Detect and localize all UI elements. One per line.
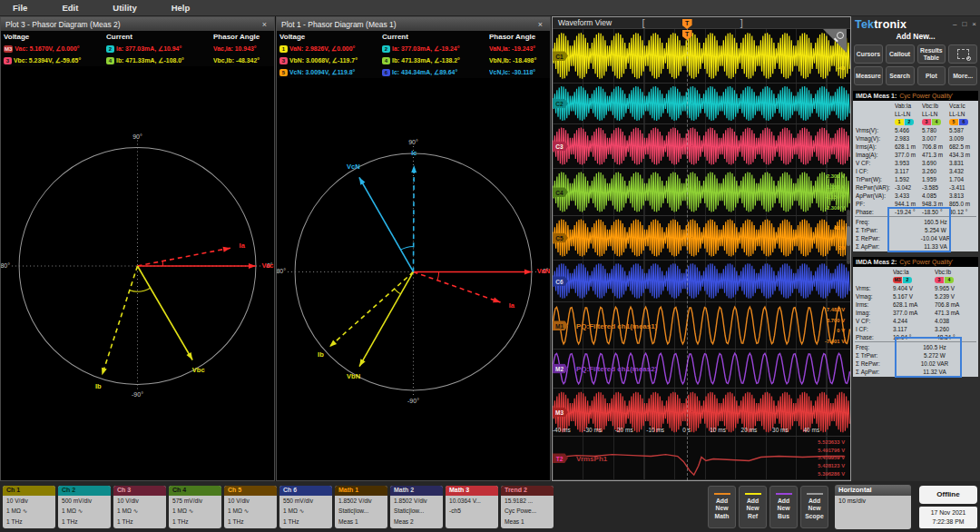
channel-badge-math1[interactable]: Math 11.8502 V/divStatic|low...Meas 1 [335, 486, 387, 528]
channel-badge-trend2[interactable]: Trend 215.9182 ...Cyc Powe...Meas 1 [501, 486, 554, 528]
channel-badge-name: Ch 2 [58, 486, 111, 496]
zoom-bracket-left[interactable]: [ [642, 17, 644, 28]
channel-badge-math2[interactable]: Math 21.8502 V/divStatic|low...Meas 2 [390, 486, 443, 528]
offline-button[interactable]: Offline [919, 486, 977, 504]
button-plot[interactable]: Plot [917, 66, 946, 85]
summary-label: Σ ApPwr: [855, 368, 893, 376]
phasor-vector-Ib [102, 266, 137, 375]
phasor-vector-label-Ia: Ia [240, 241, 246, 250]
button-search[interactable]: Search [886, 66, 915, 85]
channel-badge-ch3[interactable]: Ch 310 V/div1 MΩ ∿1 THz [113, 486, 166, 528]
tektronix-logo: Tektronix [855, 18, 953, 31]
meas-row-label: Phase: [855, 208, 895, 216]
add-new-scope-button[interactable]: AddNewScope [800, 486, 828, 528]
scale-labels-C2: 2 V [837, 85, 845, 122]
meas-value: 4.244 [893, 317, 935, 325]
zoom-select-icon [957, 49, 969, 59]
channel-setting: 1 MΩ ∿ [224, 506, 277, 517]
svg-text:90°: 90° [408, 139, 418, 145]
meas-table: Vab:IaVbc:IbVca:IcLL-LNLL-LNLL-LN123456V… [853, 101, 978, 251]
channel-badge-name: Ch 3 [113, 486, 166, 496]
meas-value: 4.085 [922, 192, 949, 200]
toolbar-button-grid: CursorsCalloutResults TableMeasureSearch… [851, 43, 980, 89]
add-new-math-button[interactable]: AddNewMath [708, 486, 736, 528]
phasor-vector-label-VcN: VcN [347, 163, 360, 171]
meas-value: 3.432 [949, 167, 976, 175]
scale-label: 0 V [837, 328, 845, 333]
button-measure[interactable]: Measure [854, 66, 883, 85]
source-badge: 2 [382, 45, 390, 53]
meas-value: 944.1 m [895, 200, 922, 208]
summary-label: Σ RePwr: [855, 234, 895, 242]
meas-value: 30.12 ° [949, 208, 976, 216]
menu-item-utility[interactable]: Utility [113, 3, 136, 13]
channel-setting: 1 THz [279, 517, 332, 527]
waveform-scrollbar[interactable] [847, 210, 850, 264]
phasor-vector-Ib [329, 271, 413, 347]
maximize-icon[interactable]: □ [962, 20, 966, 28]
add-new-bus-button[interactable]: AddNewBus [769, 486, 798, 528]
source-badge: 1 [279, 45, 288, 53]
voltage-cell: 3Vbc: 5.2394V, ∠-59.65° [1, 57, 106, 64]
zoom-bracket-right[interactable]: ] [740, 17, 743, 28]
menu-item-file[interactable]: File [13, 3, 27, 13]
accent-line [745, 493, 761, 495]
bottom-settings-bar: Ch 110 V/div1 MΩ ∿1 THzCh 2500 mV/div1 M… [0, 481, 980, 532]
current-cell: 4Ib: 471.33mA, ∠-138.2° [382, 57, 489, 64]
phasor-angle-cell: VbN,Ib: -18.498° [489, 57, 550, 64]
plot1-close-icon[interactable]: × [535, 20, 545, 29]
channel-badge-ch2[interactable]: Ch 2500 mV/div1 MΩ ∿1 THz [58, 486, 111, 528]
current-cell: 2Ia: 377.03mA, ∠10.94° [106, 45, 213, 53]
meas-value: 1.592 [895, 175, 922, 183]
phasor-angle-value: Vbc,Ib: -48.342° [213, 57, 260, 64]
channel-setting: 1 THz [3, 517, 55, 527]
summary-value: 11.32 VA [893, 368, 976, 376]
current-value: Ic: 434.34mA, ∠89.64° [392, 69, 457, 76]
channel-badge-math3[interactable]: Math 310.0364 V...-ch5 [446, 486, 498, 528]
button-callout[interactable]: Callout [886, 44, 915, 64]
menu-bar: FileEditUtilityHelp [0, 0, 980, 16]
zoom-select-button[interactable] [948, 44, 977, 64]
meas-value: 5.167 V [893, 292, 935, 300]
button-results-table[interactable]: Results Table [917, 44, 946, 64]
add-new-label: Add New... [851, 32, 980, 43]
phasor-table-row: 3VbN: 3.0068V, ∠-119.7°4Ib: 471.33mA, ∠-… [277, 54, 550, 66]
phasor-vector-label-VbN: VbN [347, 372, 360, 380]
channel-badge-ch4[interactable]: Ch 4575 mV/div1 MΩ ∿1 THz [169, 486, 221, 528]
button-more-[interactable]: More... [948, 66, 977, 85]
channel-badge-ch5[interactable]: Ch 510 V/div1 MΩ ∿1 THz [224, 486, 277, 528]
plot3-close-icon[interactable]: × [260, 20, 270, 29]
plot1-phasor-table: VoltageCurrentPhasor Angle1VaN: 2.9826V,… [277, 31, 550, 78]
menu-item-edit[interactable]: Edit [62, 3, 78, 13]
plot3-panel: Plot 3 - Phasor Diagram (Meas 2) × Volta… [0, 16, 275, 481]
channel-setting: Static|low... [390, 506, 443, 517]
imda-meas1-badge[interactable]: IMDA Meas 1:Cyc Power Quality'Vab:IaVbc:… [853, 91, 978, 251]
scale-labels-C5: 40 V20 [834, 218, 845, 258]
scale-label: -40 [838, 65, 845, 71]
svg-text:-90°: -90° [132, 391, 143, 398]
summary-value: 5.272 W [893, 351, 976, 360]
menu-item-help[interactable]: Help [172, 3, 191, 13]
channel-badge-ch6[interactable]: Ch 6550 mV/div1 MΩ ∿1 THz [279, 486, 332, 528]
channel-setting: Meas 1 [501, 517, 554, 527]
button-cursors[interactable]: Cursors [854, 44, 883, 64]
close-icon[interactable]: × [972, 20, 976, 28]
imda-meas2-badge[interactable]: IMDA Meas 2:Cyc Power Quality'Vac:IaVbc:… [853, 257, 978, 377]
plot1-header[interactable]: Plot 1 - Phasor Diagram (Meas 1) × [277, 17, 550, 31]
minimize-icon[interactable]: – [953, 20, 956, 28]
horizontal-settings[interactable]: Horizontal 10 ms/div [835, 485, 911, 529]
add-new-ref-button[interactable]: AddNewRef [739, 486, 767, 528]
phasor-vector-Ia [414, 271, 501, 302]
plot3-header[interactable]: Plot 3 - Phasor Diagram (Meas 2) × [1, 17, 274, 31]
phasor-vector-label-Ia: Ia [509, 301, 515, 310]
trigger-position-icon[interactable]: T [682, 19, 692, 29]
add-button-label: New [740, 505, 766, 513]
meas-cell: Vab:Ia [895, 102, 922, 110]
summary-value: 11.33 VA [895, 242, 976, 251]
channel-setting: 1 THz [224, 517, 277, 527]
meas-value: 1.959 [922, 175, 949, 183]
phasor-angle-value: VaN,Ia: -19.243° [489, 45, 535, 52]
meas-value: -19.24 ° [895, 208, 922, 216]
source-badge: 2 [106, 45, 114, 53]
channel-badge-ch1[interactable]: Ch 110 V/div1 MΩ ∿1 THz [3, 486, 55, 528]
